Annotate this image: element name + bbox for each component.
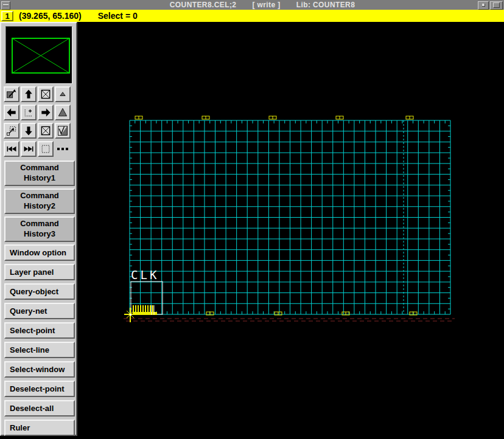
deselect-point-button[interactable]: Deselect-point — [4, 381, 75, 397]
view-toolbar — [4, 86, 71, 157]
zoom-window-icon — [40, 88, 52, 100]
zoom-out-icon — [57, 88, 69, 100]
ellipsis-icon — [57, 148, 60, 150]
cursor-coordinates: (39.265, 65.160) — [19, 11, 82, 21]
zoom-window-alt-icon — [40, 125, 52, 137]
zoom-region-icon — [5, 125, 18, 137]
select-area-icon — [40, 143, 52, 155]
window-titlebar: COUNTER8.CEL;2 [ write ] Lib: COUNTER8 — [0, 0, 504, 10]
command-history3-button[interactable]: Command History3 — [4, 216, 75, 242]
title-library: Lib: COUNTER8 — [296, 1, 355, 9]
layout-canvas[interactable]: CLK — [77, 22, 504, 439]
iconify-icon — [482, 4, 485, 7]
select-area-button[interactable] — [38, 141, 54, 157]
zoom-in-area-icon — [23, 106, 35, 119]
window-menu-button[interactable] — [1, 1, 10, 10]
pan-right-button[interactable] — [38, 105, 54, 120]
window-title: COUNTER8.CEL;2 [ write ] Lib: COUNTER8 — [10, 1, 478, 9]
title-write-mode: [ write ] — [252, 1, 280, 9]
zoom-in-icon — [57, 106, 69, 119]
pan-left-icon — [5, 106, 18, 119]
fit-redraw-icon — [5, 88, 18, 100]
fit-redraw-button[interactable] — [4, 86, 19, 102]
maximize-button[interactable] — [490, 1, 503, 10]
canvas-area: CLK — [77, 22, 504, 439]
pan-up-button[interactable] — [21, 86, 37, 102]
zoom-out-button[interactable] — [55, 86, 71, 102]
query-object-button[interactable]: Query-object — [4, 283, 75, 300]
view-first-icon — [5, 143, 18, 155]
status-bar: 1 (39.265, 65.160) Select = 0 — [0, 10, 504, 22]
query-net-button[interactable]: Query-net — [4, 303, 75, 319]
toggle-fill-icon — [57, 125, 69, 137]
zoom-window-alt-button[interactable] — [38, 123, 54, 139]
command-history1-button[interactable]: Command History1 — [4, 161, 75, 186]
zoom-in-area-button[interactable] — [21, 105, 37, 120]
select-count: Select = 0 — [98, 11, 138, 21]
deselect-all-button[interactable]: Deselect-all — [4, 400, 75, 417]
pan-down-icon — [23, 125, 35, 137]
zoom-in-button[interactable] — [55, 105, 71, 120]
view-first-button[interactable] — [4, 141, 19, 157]
select-point-button[interactable]: Select-point — [4, 322, 75, 339]
iconify-button[interactable] — [478, 1, 489, 10]
sidebar: Command History1 Command History2 Comman… — [0, 22, 77, 436]
toggle-fill-button[interactable] — [55, 123, 71, 139]
command-history2-button[interactable]: Command History2 — [4, 188, 75, 214]
maximize-icon — [493, 2, 500, 8]
select-window-button[interactable]: Select-window — [4, 361, 75, 378]
pan-up-icon — [23, 88, 35, 100]
layer-panel-button[interactable]: Layer panel — [4, 264, 75, 280]
zoom-window-button[interactable] — [38, 86, 54, 102]
ruler-button[interactable]: Ruler — [4, 420, 75, 436]
overview-panel[interactable] — [5, 26, 72, 84]
pan-right-icon — [40, 106, 52, 119]
select-line-button[interactable]: Select-line — [4, 342, 75, 358]
pan-left-button[interactable] — [4, 105, 19, 120]
window-menu-dash-icon — [3, 4, 9, 6]
zoom-region-button[interactable] — [4, 123, 19, 139]
more-commands[interactable] — [55, 141, 71, 157]
window-number-badge: 1 — [1, 11, 13, 21]
window-option-button[interactable]: Window option — [4, 244, 75, 261]
view-next-icon — [23, 143, 35, 155]
view-next-button[interactable] — [21, 141, 37, 157]
main-area: Command History1 Command History2 Comman… — [0, 22, 504, 439]
svg-text:CLK: CLK — [131, 268, 159, 282]
pan-down-button[interactable] — [21, 123, 37, 139]
overview-extent-icon — [6, 27, 72, 83]
title-cell-name: COUNTER8.CEL;2 — [170, 1, 237, 9]
